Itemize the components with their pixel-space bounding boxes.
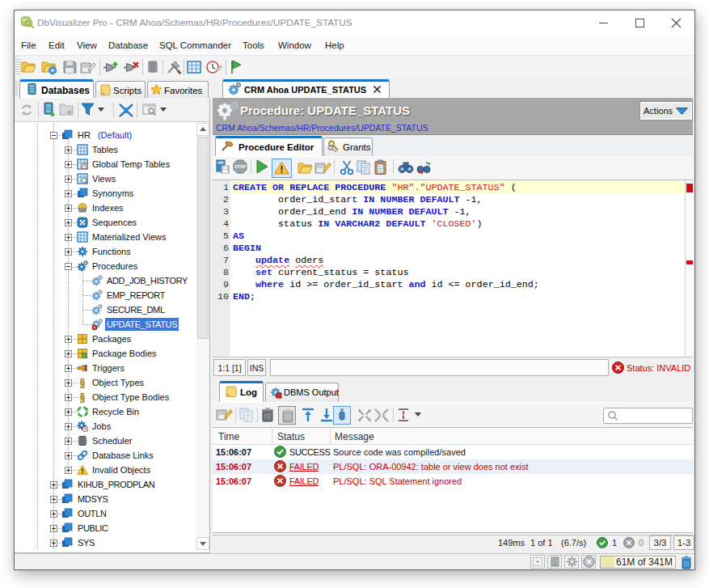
- svg-text:§: §: [80, 377, 86, 388]
- svg-text:§: §: [80, 391, 86, 403]
- svg-text:STOP: STOP: [234, 164, 247, 169]
